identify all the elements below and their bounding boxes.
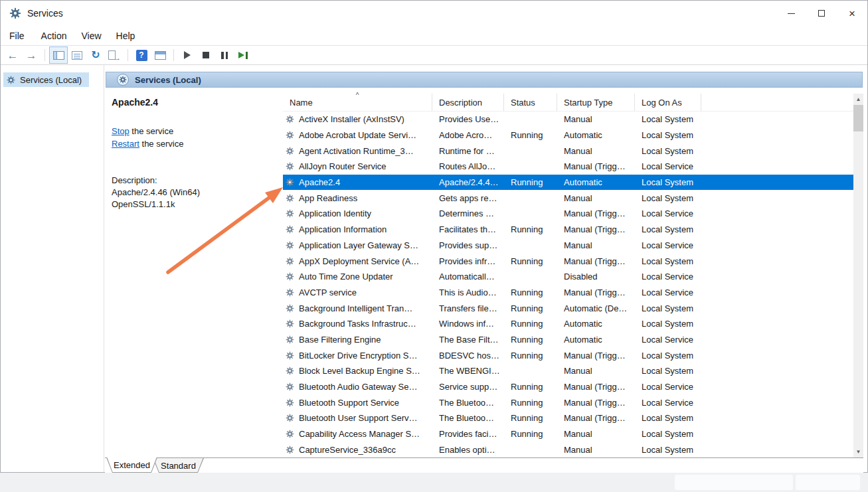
scroll-down-button[interactable]: ▼ xyxy=(853,446,863,457)
table-row[interactable]: Auto Time Zone UpdaterAutomaticall…Disab… xyxy=(283,269,853,285)
table-row[interactable]: AVCTP serviceThis is Audio…RunningManual… xyxy=(283,285,853,301)
export-list-icon: → xyxy=(108,50,120,60)
menubar: File Action View Help xyxy=(1,26,867,45)
export-list-button[interactable]: → xyxy=(105,46,124,64)
menu-item-action[interactable]: Action xyxy=(34,28,74,44)
cell-name: Agent Activation Runtime_3… xyxy=(283,143,432,159)
cell-status: Running xyxy=(504,222,557,238)
table-row[interactable]: Bluetooth Support ServiceThe Bluetoo…Run… xyxy=(283,394,853,410)
tree-item-services-local[interactable]: Services (Local) xyxy=(3,72,89,87)
table-row[interactable]: Adobe Acrobat Update Servi…Adobe Acro…Ru… xyxy=(283,127,853,143)
table-row[interactable]: App ReadinessGets apps re…ManualLocal Sy… xyxy=(283,190,853,206)
properties-button[interactable] xyxy=(151,46,169,64)
services-table: ^ Name Description Status Startup Type L… xyxy=(283,88,853,457)
column-header-log-on-as[interactable]: Log On As xyxy=(635,94,701,111)
cell-log-on-as: Local System xyxy=(635,442,701,457)
scrollbar-thumb[interactable] xyxy=(853,105,863,131)
cell-status: Running xyxy=(504,127,557,143)
cell-status: Running xyxy=(504,394,557,410)
cell-log-on-as: Local Service xyxy=(635,285,701,301)
minimize-button[interactable] xyxy=(776,1,806,26)
service-gear-icon xyxy=(286,303,295,313)
service-gear-icon xyxy=(286,146,295,155)
service-gear-icon xyxy=(286,193,295,203)
restart-service-button[interactable] xyxy=(234,46,252,64)
extended-info-pane: Apache2.4 Stop the service Restart the s… xyxy=(105,88,283,457)
cell-startup-type: Manual (Trigg… xyxy=(557,347,635,363)
services-table-body: ActiveX Installer (AxInstSV)Provides Use… xyxy=(283,112,853,457)
menu-item-view[interactable]: View xyxy=(74,28,108,44)
column-header-name[interactable]: ^ Name xyxy=(283,94,432,111)
column-header-status[interactable]: Status xyxy=(504,94,557,111)
service-gear-icon xyxy=(286,398,295,407)
table-row[interactable]: Agent Activation Runtime_3…Runtime for …… xyxy=(283,143,853,159)
maximize-button[interactable] xyxy=(806,1,837,26)
table-row[interactable]: CaptureService_336a9ccEnables opti…Manua… xyxy=(283,442,853,457)
table-row[interactable]: BitLocker Drive Encryption S…BDESVC hos…… xyxy=(283,347,853,363)
cell-name: Bluetooth Support Service xyxy=(283,394,432,410)
menu-item-file[interactable]: File xyxy=(9,28,34,44)
scroll-up-button[interactable]: ▲ xyxy=(853,94,863,105)
table-row[interactable]: Capability Access Manager S…Provides fac… xyxy=(283,426,853,442)
table-row[interactable]: Application IdentityDetermines …Manual (… xyxy=(283,206,853,222)
tab-standard[interactable]: Standard xyxy=(153,458,204,473)
restart-service-link[interactable]: Restart xyxy=(112,139,139,149)
column-header-startup-type[interactable]: Startup Type xyxy=(557,94,635,111)
cell-name: AppX Deployment Service (A… xyxy=(283,253,432,269)
table-row[interactable]: Bluetooth User Support Serv…The Bluetoo…… xyxy=(283,410,853,426)
column-label-status: Status xyxy=(511,98,535,108)
cell-log-on-as: Local System xyxy=(635,175,701,191)
pause-service-icon xyxy=(221,52,228,59)
help-button[interactable]: ? xyxy=(132,46,151,64)
start-service-button[interactable] xyxy=(178,46,197,64)
close-button[interactable]: × xyxy=(837,1,867,26)
cell-log-on-as: Local System xyxy=(635,363,701,379)
back-button[interactable]: ← xyxy=(3,46,22,64)
minimize-icon xyxy=(788,13,795,14)
table-row[interactable]: AppX Deployment Service (A…Provides infr… xyxy=(283,253,853,269)
pause-service-button[interactable] xyxy=(215,46,234,64)
cell-log-on-as: Local System xyxy=(635,190,701,206)
cell-status: Running xyxy=(504,410,557,426)
menu-item-help[interactable]: Help xyxy=(109,28,143,44)
stop-service-link[interactable]: Stop xyxy=(112,126,130,136)
console-tree-panel: Services (Local) xyxy=(1,65,104,472)
cell-name: AVCTP service xyxy=(283,285,432,301)
cell-name: Capability Access Manager S… xyxy=(283,426,432,442)
cell-description: Provides infr… xyxy=(432,253,504,269)
refresh-button[interactable]: ↻ xyxy=(86,46,105,64)
table-row[interactable]: AllJoyn Router ServiceRoutes AllJo…Manua… xyxy=(283,159,853,175)
cell-startup-type: Manual (Trigg… xyxy=(557,222,635,238)
cell-startup-type: Manual xyxy=(557,442,635,457)
cell-startup-type: Manual xyxy=(557,426,635,442)
cell-description: Enables opti… xyxy=(432,442,504,457)
description-line-2: OpenSSL/1.1.1k xyxy=(112,199,276,210)
table-row[interactable]: ActiveX Installer (AxInstSV)Provides Use… xyxy=(283,112,853,127)
tab-extended[interactable]: Extended xyxy=(106,457,157,473)
forward-button[interactable]: → xyxy=(22,46,41,64)
column-header-description[interactable]: Description xyxy=(432,94,504,111)
table-row[interactable]: Apache2.4Apache/2.4.4…RunningAutomaticLo… xyxy=(283,175,853,191)
service-gear-icon xyxy=(286,382,295,392)
table-row[interactable]: Base Filtering EngineThe Base Filt…Runni… xyxy=(283,332,853,348)
description-label: Description: xyxy=(112,175,276,187)
toolbar-separator xyxy=(173,49,174,61)
list-view-button[interactable] xyxy=(68,46,86,64)
stop-service-button[interactable] xyxy=(197,46,215,64)
show-console-tree-button[interactable] xyxy=(49,46,68,64)
service-gear-icon xyxy=(286,240,295,250)
cell-startup-type: Manual (Trigg… xyxy=(557,394,635,410)
sort-ascending-icon: ^ xyxy=(356,92,359,99)
stop-service-icon xyxy=(203,52,209,58)
service-gear-icon xyxy=(286,319,295,329)
cell-status: Running xyxy=(504,175,557,191)
table-row[interactable]: Block Level Backup Engine S…The WBENGI…M… xyxy=(283,363,853,379)
list-icon xyxy=(72,51,82,60)
cell-description: Adobe Acro… xyxy=(432,127,504,143)
table-row[interactable]: Background Intelligent Tran…Transfers fi… xyxy=(283,300,853,316)
table-row[interactable]: Bluetooth Audio Gateway Se…Service supp…… xyxy=(283,379,853,395)
table-row[interactable]: Application Layer Gateway S…Provides sup… xyxy=(283,238,853,254)
table-row[interactable]: Application InformationFacilitates th…Ru… xyxy=(283,222,853,238)
table-row[interactable]: Background Tasks Infrastruc…Windows inf…… xyxy=(283,316,853,332)
vertical-scrollbar[interactable]: ▲ ▼ xyxy=(853,94,863,457)
